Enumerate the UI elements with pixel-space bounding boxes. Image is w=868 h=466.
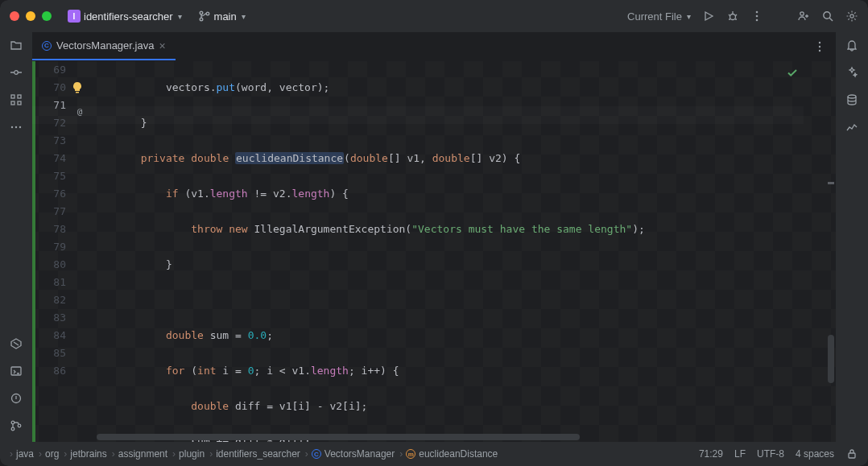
vertical-scrollbar[interactable] xyxy=(826,61,836,432)
services-tool-icon[interactable] xyxy=(10,337,23,350)
debug-icon[interactable] xyxy=(726,10,739,23)
code-content[interactable]: vectors.put(word, vector); } private dou… xyxy=(90,61,836,442)
run-config-selector[interactable]: Current File ▾ xyxy=(627,10,691,23)
notifications-icon[interactable] xyxy=(845,39,858,52)
svg-point-17 xyxy=(19,126,21,128)
svg-point-26 xyxy=(848,95,856,98)
breadcrumb[interactable]: › java xyxy=(10,448,34,460)
breadcrumb[interactable]: › assignment xyxy=(112,448,167,460)
cursor-position[interactable]: 71:29 xyxy=(699,448,723,460)
chevron-down-icon: ▾ xyxy=(687,12,691,21)
svg-point-22 xyxy=(18,424,21,427)
svg-rect-12 xyxy=(18,95,21,98)
readonly-lock-icon[interactable] xyxy=(845,447,858,460)
svg-point-2 xyxy=(206,12,209,15)
branch-name: main xyxy=(214,10,237,23)
override-gutter-icon[interactable]: @ xyxy=(74,106,85,118)
svg-point-3 xyxy=(730,14,736,20)
branch-selector[interactable]: main ▾ xyxy=(198,10,246,23)
svg-point-7 xyxy=(800,12,804,15)
encoding[interactable]: UTF-8 xyxy=(757,448,784,460)
left-toolbar xyxy=(0,32,32,442)
titlebar: I identifiers-searcher ▾ main ▾ Current … xyxy=(0,0,868,32)
tab-vectorsmanager[interactable]: C VectorsManager.java × xyxy=(32,32,176,60)
svg-point-21 xyxy=(11,427,14,431)
terminal-tool-icon[interactable] xyxy=(10,365,23,377)
svg-rect-27 xyxy=(849,453,855,458)
svg-rect-14 xyxy=(18,101,21,105)
line-number-gutter: 69 70 71 72 73 74 75 76 77 78 79 80 81 8… xyxy=(35,61,72,442)
svg-point-1 xyxy=(200,18,203,21)
indent[interactable]: 4 spaces xyxy=(796,448,834,460)
more-tools-icon[interactable] xyxy=(10,121,23,134)
breadcrumb[interactable]: › identifiers_searcher xyxy=(209,448,300,460)
icon-gutter: @ xyxy=(72,61,90,442)
commit-tool-icon[interactable] xyxy=(10,66,23,79)
problems-tool-icon[interactable] xyxy=(10,392,23,405)
line-separator[interactable]: LF xyxy=(734,448,746,460)
svg-point-10 xyxy=(14,71,19,75)
svg-rect-13 xyxy=(11,101,14,105)
intention-bulb-icon[interactable] xyxy=(71,81,84,94)
svg-point-9 xyxy=(850,14,854,18)
svg-rect-18 xyxy=(11,367,21,375)
settings-icon[interactable] xyxy=(845,10,858,23)
right-toolbar xyxy=(836,32,868,442)
close-tab-icon[interactable]: × xyxy=(159,39,165,52)
breadcrumb[interactable]: › plugin xyxy=(172,448,205,460)
svg-point-6 xyxy=(756,19,758,22)
tab-more-icon[interactable] xyxy=(804,32,836,60)
project-badge-icon: I xyxy=(68,10,81,23)
project-selector[interactable]: I identifiers-searcher ▾ xyxy=(68,10,182,23)
statusbar: › java › org › jetbrains › assignment › … xyxy=(0,442,868,466)
project-name: identifiers-searcher xyxy=(84,10,173,23)
code-with-me-icon[interactable] xyxy=(797,10,810,23)
breadcrumb-class[interactable]: › C VectorsManager xyxy=(305,448,395,460)
ai-assistant-icon[interactable] xyxy=(845,66,858,79)
more-actions-icon[interactable] xyxy=(750,10,763,23)
breadcrumb[interactable]: › jetbrains xyxy=(64,448,106,460)
database-icon[interactable] xyxy=(845,93,858,106)
svg-rect-11 xyxy=(11,95,14,98)
inspection-ok-icon[interactable] xyxy=(786,66,799,79)
run-icon[interactable] xyxy=(702,10,715,23)
vcs-tool-icon[interactable] xyxy=(10,419,23,432)
project-tool-icon[interactable] xyxy=(10,39,23,52)
breadcrumb-method[interactable]: › m euclideanDistance xyxy=(399,448,498,460)
structure-tool-icon[interactable] xyxy=(10,93,23,106)
code-editor[interactable]: 69 70 71 72 73 74 75 76 77 78 79 80 81 8… xyxy=(32,61,836,442)
window-controls xyxy=(10,11,52,21)
search-icon[interactable] xyxy=(821,10,834,23)
horizontal-scrollbar[interactable] xyxy=(32,432,804,442)
svg-point-4 xyxy=(756,11,758,14)
svg-point-25 xyxy=(819,49,820,51)
scrollbar-thumb[interactable] xyxy=(828,335,834,383)
svg-point-15 xyxy=(11,126,13,128)
scrollbar-thumb[interactable] xyxy=(97,434,580,440)
editor-tabs: C VectorsManager.java × xyxy=(32,32,836,61)
close-window-icon[interactable] xyxy=(10,11,19,21)
svg-point-24 xyxy=(819,45,820,47)
maximize-window-icon[interactable] xyxy=(42,11,52,21)
method-icon: m xyxy=(406,449,415,459)
editor-area: C VectorsManager.java × 69 70 71 72 73 7… xyxy=(32,32,836,442)
chevron-down-icon: ▾ xyxy=(178,12,182,21)
branch-icon xyxy=(198,10,211,23)
svg-point-16 xyxy=(15,126,17,128)
tab-label: VectorsManager.java xyxy=(56,39,154,52)
breadcrumb[interactable]: › org xyxy=(39,448,59,460)
chevron-down-icon: ▾ xyxy=(242,12,246,21)
svg-point-0 xyxy=(200,11,203,14)
class-icon: C xyxy=(312,449,321,459)
profiler-icon[interactable] xyxy=(845,121,858,134)
minimize-window-icon[interactable] xyxy=(26,11,35,21)
svg-point-5 xyxy=(756,15,758,18)
svg-point-23 xyxy=(819,41,820,43)
svg-point-8 xyxy=(824,12,830,19)
class-icon: C xyxy=(42,41,52,51)
run-config-label: Current File xyxy=(627,10,682,23)
svg-point-20 xyxy=(11,421,14,424)
